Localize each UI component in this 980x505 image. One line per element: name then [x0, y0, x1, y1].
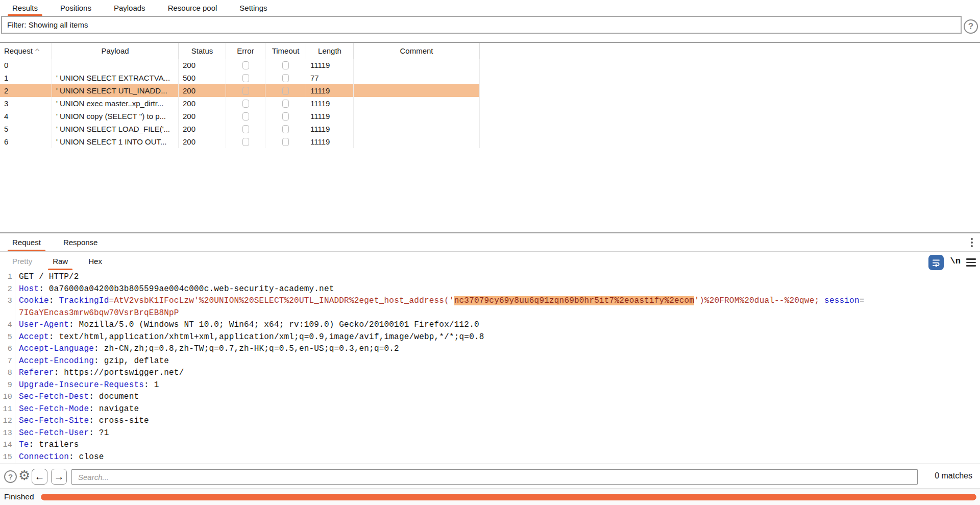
checkbox-icon[interactable]: [282, 138, 289, 146]
line-number: 15: [0, 451, 15, 464]
editor-menu-icon[interactable]: [966, 258, 976, 267]
table-row[interactable]: 1' UNION SELECT EXTRACTVA...50077: [0, 71, 480, 84]
tab-pretty[interactable]: Pretty: [8, 252, 37, 271]
table-row[interactable]: 020011119: [0, 59, 480, 71]
cell-payload: ' UNION exec master..xp_dirtr...: [52, 97, 179, 110]
cell-request: 1: [0, 71, 52, 84]
editor-line: 3Cookie: TrackingId=AtV2vsbK1IFocLzw'%20…: [0, 295, 975, 307]
cell-timeout: [265, 97, 306, 110]
line-number: 10: [0, 391, 15, 403]
previous-match-button[interactable]: ←: [32, 469, 47, 485]
column-header-error[interactable]: Error: [226, 43, 265, 59]
cell-comment: [354, 59, 480, 71]
cell-payload: ' UNION SELECT 1 INTO OUT...: [52, 135, 179, 148]
word-wrap-toggle-icon[interactable]: [928, 255, 944, 270]
line-number: 5: [0, 331, 15, 344]
checkbox-icon[interactable]: [242, 61, 249, 69]
checkbox-icon[interactable]: [242, 138, 249, 146]
checkbox-icon[interactable]: [282, 87, 289, 95]
results-rows: 0200111191' UNION SELECT EXTRACTVA...500…: [0, 59, 480, 148]
cell-payload: ' UNION SELECT LOAD_FILE('...: [52, 123, 179, 135]
line-number: 2: [0, 283, 15, 296]
tab-payloads[interactable]: Payloads: [109, 0, 150, 16]
checkbox-icon[interactable]: [282, 100, 289, 108]
cell-timeout: [265, 71, 306, 84]
filter-bar[interactable]: Filter: Showing all items: [1, 16, 962, 34]
cell-error: [226, 135, 265, 148]
cell-error: [226, 123, 265, 135]
editor-line: 10Sec-Fetch-Dest: document: [0, 391, 975, 403]
checkbox-icon[interactable]: [242, 125, 249, 133]
cell-comment: [354, 84, 480, 97]
checkbox-icon[interactable]: [282, 74, 289, 82]
checkbox-icon[interactable]: [242, 87, 249, 95]
cell-payload: ' UNION SELECT EXTRACTVA...: [52, 71, 179, 84]
tab-results[interactable]: Results: [8, 0, 42, 16]
checkbox-icon[interactable]: [242, 100, 249, 108]
search-help-icon[interactable]: ?: [4, 470, 17, 483]
cell-timeout: [265, 123, 306, 135]
tab-response[interactable]: Response: [59, 233, 103, 251]
checkbox-icon[interactable]: [242, 112, 249, 121]
tab-positions[interactable]: Positions: [56, 0, 96, 16]
cell-length: 11119: [306, 110, 354, 123]
checkbox-icon[interactable]: [242, 74, 249, 82]
request-editor[interactable]: 1GET / HTTP/22Host: 0a76000a04200b3b8055…: [0, 271, 975, 464]
editor-line: 12Sec-Fetch-Site: cross-site: [0, 415, 975, 427]
gear-icon[interactable]: ⚙: [18, 468, 30, 484]
line-number: 6: [0, 343, 15, 355]
table-row[interactable]: 5' UNION SELECT LOAD_FILE('...20011119: [0, 123, 480, 135]
cell-request: 0: [0, 59, 52, 71]
editor-line: 14Te: trailers: [0, 439, 975, 451]
column-header-status[interactable]: Status: [179, 43, 226, 59]
editor-line: 15Connection: close: [0, 451, 975, 464]
tab-raw[interactable]: Raw: [48, 252, 72, 271]
column-header-length[interactable]: Length: [306, 43, 354, 59]
next-match-button[interactable]: →: [51, 469, 67, 485]
line-number: 8: [0, 367, 15, 379]
editor-line: 1GET / HTTP/2: [0, 271, 975, 283]
cell-error: [226, 71, 265, 84]
editor-line: 7IGaYEncas3mrw6bqw70VsrBrqEB8NpP: [0, 307, 975, 320]
cell-status: 200: [179, 59, 226, 71]
cell-comment: [354, 110, 480, 123]
tab-request[interactable]: Request: [8, 233, 45, 251]
tab-resource-pool[interactable]: Resource pool: [163, 0, 222, 16]
table-row[interactable]: 3' UNION exec master..xp_dirtr...2001111…: [0, 97, 480, 110]
editor-line: 2Host: 0a76000a04200b3b805599ae004c000c.…: [0, 283, 975, 296]
line-number: 12: [0, 415, 15, 427]
editor-line: 7Accept-Encoding: gzip, deflate: [0, 355, 975, 368]
table-row[interactable]: 2' UNION SELECT UTL_INADD...20011119: [0, 84, 480, 97]
column-header-payload[interactable]: Payload: [52, 43, 179, 59]
cell-request: 6: [0, 135, 52, 148]
attack-progress-bar: [41, 494, 976, 500]
table-row[interactable]: 6' UNION SELECT 1 INTO OUT...20011119: [0, 135, 480, 148]
column-header-timeout[interactable]: Timeout: [265, 43, 306, 59]
search-input[interactable]: [71, 469, 918, 485]
attack-status-label: Finished: [4, 492, 34, 501]
help-icon[interactable]: ?: [964, 19, 978, 34]
column-header-comment[interactable]: Comment: [354, 43, 480, 59]
cell-request: 5: [0, 123, 52, 135]
column-header-request[interactable]: Request ^: [0, 43, 52, 59]
cell-payload: ' UNION SELECT UTL_INADD...: [52, 84, 179, 97]
cell-timeout: [265, 110, 306, 123]
line-number: 13: [0, 427, 15, 440]
cell-status: 200: [179, 123, 226, 135]
sort-asc-icon: ^: [35, 47, 40, 55]
show-newlines-icon[interactable]: \n: [950, 256, 961, 266]
message-tabbar: Request Response: [0, 233, 980, 252]
cell-error: [226, 97, 265, 110]
checkbox-icon[interactable]: [282, 112, 289, 121]
checkbox-icon[interactable]: [282, 125, 289, 133]
line-number: 9: [0, 379, 15, 392]
editor-line: 9Upgrade-Insecure-Requests: 1: [0, 379, 975, 392]
checkbox-icon[interactable]: [282, 61, 289, 69]
table-row[interactable]: 4' UNION copy (SELECT '') to p...2001111…: [0, 110, 480, 123]
cell-length: 11119: [306, 135, 354, 148]
tab-settings[interactable]: Settings: [235, 0, 272, 16]
line-number: 14: [0, 439, 15, 451]
panel-menu-icon[interactable]: [970, 237, 974, 248]
cell-status: 200: [179, 97, 226, 110]
tab-hex[interactable]: Hex: [84, 252, 107, 271]
